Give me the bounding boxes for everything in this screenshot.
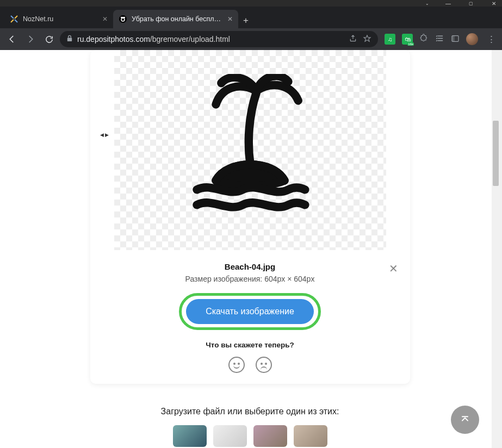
close-icon[interactable]: ✕: [227, 15, 233, 23]
reading-list-icon[interactable]: [435, 34, 444, 45]
window-maximize-button[interactable]: [467, 0, 475, 7]
chrome-menu-icon[interactable]: ⋮: [485, 34, 498, 45]
download-button[interactable]: Скачать изображение: [186, 299, 314, 324]
filename-label: Beach-04.jpg: [90, 262, 410, 271]
scrollbar-thumb[interactable]: [493, 121, 499, 186]
scroll-top-button[interactable]: [451, 406, 479, 434]
window-minimize-button[interactable]: [444, 0, 452, 7]
sample-image-4[interactable]: [294, 425, 327, 447]
url-text: ru.depositphotos.com/bgremover/upload.ht…: [77, 35, 344, 43]
wrench-icon: [10, 15, 18, 23]
sample-images: [0, 425, 500, 447]
sidepanel-icon[interactable]: [451, 34, 460, 45]
star-icon[interactable]: [363, 34, 371, 45]
address-bar: ru.depositphotos.com/bgremover/upload.ht…: [0, 28, 502, 50]
new-tab-button[interactable]: +: [238, 13, 253, 28]
close-icon[interactable]: ✕: [102, 15, 108, 23]
close-result-button[interactable]: ✕: [389, 262, 398, 275]
feedback-question: Что вы скажете теперь?: [90, 341, 410, 349]
tab-strip: NozNet.ru ✕ Убрать фон онлайн бесплатно …: [0, 7, 502, 28]
page-content: ✕ Beach-04.jpg Размер изображения: 604px…: [0, 50, 502, 448]
result-card: ✕ Beach-04.jpg Размер изображения: 604px…: [90, 50, 410, 384]
sample-image-3[interactable]: [253, 425, 287, 447]
back-button[interactable]: [4, 32, 20, 47]
upload-prompt: Загрузите файл или выберите один из этих…: [0, 407, 500, 416]
reload-button[interactable]: [41, 32, 57, 47]
window-dropdown-icon[interactable]: ⌄: [425, 1, 429, 6]
dimensions-label: Размер изображения: 604px × 604px: [90, 275, 410, 283]
tab-title: Убрать фон онлайн бесплатно: [132, 15, 223, 23]
transparent-preview: [114, 50, 386, 250]
forward-button[interactable]: [23, 32, 38, 47]
tutorial-highlight: Скачать изображение: [179, 293, 321, 330]
page-scrollbar[interactable]: [492, 50, 500, 448]
sample-image-1[interactable]: [173, 425, 207, 447]
feedback-happy-icon[interactable]: [228, 357, 245, 373]
tab-bgremover[interactable]: Убрать фон онлайн бесплатно ✕: [113, 10, 238, 28]
sample-image-2[interactable]: [213, 425, 247, 447]
share-icon[interactable]: [349, 34, 357, 45]
palm-island-icon: [174, 74, 326, 226]
camera-icon: [119, 15, 127, 23]
tab-title: NozNet.ru: [23, 15, 98, 23]
url-field[interactable]: ru.depositphotos.com/bgremover/upload.ht…: [60, 31, 378, 47]
extension-music-icon[interactable]: ♫: [385, 34, 395, 45]
feedback-sad-icon[interactable]: [256, 357, 272, 373]
feedback-faces: [90, 357, 410, 373]
extensions-puzzle-icon[interactable]: [419, 34, 429, 45]
window-close-button[interactable]: [490, 0, 498, 7]
compare-slider-handle[interactable]: [100, 130, 109, 138]
lock-icon: [66, 35, 73, 43]
extension-icons: ♫ 🛍16s ⋮: [385, 33, 498, 45]
profile-avatar[interactable]: [466, 33, 478, 45]
extension-cart-icon[interactable]: 🛍16s: [402, 34, 413, 45]
tab-noznet[interactable]: NozNet.ru ✕: [4, 10, 113, 28]
window-titlebar: ⌄: [0, 0, 502, 7]
svg-point-0: [119, 15, 127, 23]
svg-rect-3: [67, 38, 72, 42]
svg-rect-2: [121, 17, 125, 18]
svg-rect-5: [452, 35, 455, 41]
